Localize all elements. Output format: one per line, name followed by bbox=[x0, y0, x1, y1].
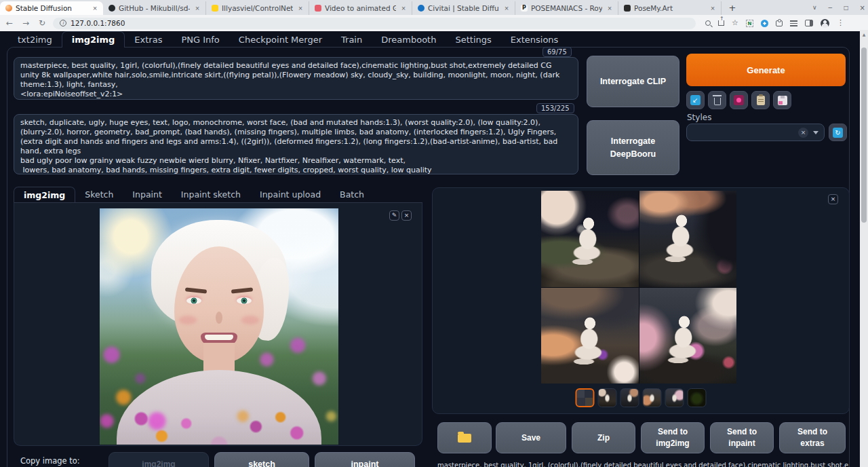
edit-image-icon[interactable]: ✎ bbox=[389, 210, 399, 221]
interrogate-clip-button[interactable]: Interrogate CLIP bbox=[587, 56, 679, 107]
negative-prompt-input[interactable]: sketch, duplicate, ugly, huge eyes, text… bbox=[14, 114, 578, 174]
remove-image-icon[interactable]: × bbox=[401, 210, 412, 221]
page-scrollbar[interactable]: ▲ bbox=[860, 30, 868, 467]
extension-blue-icon[interactable] bbox=[761, 20, 768, 27]
tab-png-info[interactable]: PNG Info bbox=[172, 31, 229, 48]
browser-tab-github[interactable]: GitHub - Mikubill/sd-webui-con × bbox=[103, 1, 206, 15]
copy-to-sketch-button[interactable]: sketch bbox=[214, 452, 309, 467]
close-icon[interactable]: × bbox=[860, 4, 865, 12]
tab-close-icon[interactable]: × bbox=[502, 4, 511, 12]
browser-tab-controlnet[interactable]: Illyasviel/ControlNet at main × bbox=[206, 1, 309, 15]
zip-button[interactable]: Zip bbox=[572, 422, 635, 453]
refresh-styles-button[interactable] bbox=[829, 124, 847, 141]
gallery-image-2[interactable] bbox=[639, 191, 737, 287]
scrollbar-up-arrow[interactable]: ▲ bbox=[860, 30, 868, 39]
extension-n-icon[interactable]: N bbox=[746, 20, 753, 27]
tab-checkpoint-merger[interactable]: Checkpoint Merger bbox=[229, 31, 332, 48]
thumbnail-1[interactable] bbox=[598, 388, 617, 407]
tab-list-icon[interactable] bbox=[790, 20, 797, 26]
browser-tab-gif-converter[interactable]: Video to animated GIF converter × bbox=[309, 1, 412, 15]
open-folder-button[interactable] bbox=[437, 422, 492, 453]
prompt-input[interactable]: masterpiece, best quality, 1girl, (color… bbox=[14, 57, 578, 100]
copy-image-to-label: Copy image to: bbox=[20, 456, 80, 466]
thumbnail-2[interactable] bbox=[620, 388, 639, 407]
tab-title: POSEMANIACS - Royalty free 3 bbox=[531, 4, 602, 12]
sidebar-icon[interactable] bbox=[805, 20, 813, 26]
styles-clear-icon[interactable] bbox=[798, 128, 808, 138]
output-gallery: × bbox=[432, 187, 850, 414]
gallery-close-icon[interactable]: × bbox=[828, 194, 838, 204]
portrait-brow bbox=[231, 287, 253, 293]
save-button[interactable]: Save bbox=[496, 422, 566, 453]
tab-close-icon[interactable]: × bbox=[709, 4, 717, 12]
browser-tab-civitai[interactable]: Civitai | Stable Diffusion model × bbox=[412, 1, 515, 15]
interrogate-deepbooru-button[interactable]: Interrogate DeepBooru bbox=[587, 120, 679, 175]
extra-networks-card-icon bbox=[734, 95, 744, 105]
mode-tab-inpaint-upload[interactable]: Inpaint upload bbox=[250, 187, 330, 202]
clear-prompt-button[interactable] bbox=[708, 91, 726, 109]
send-to-extras-button[interactable]: Send to extras bbox=[779, 422, 846, 453]
tab-extensions[interactable]: Extensions bbox=[501, 31, 568, 48]
tab-close-icon[interactable]: × bbox=[399, 4, 408, 12]
copy-to-inpaint-button[interactable]: inpaint bbox=[315, 452, 415, 467]
paste-params-button[interactable] bbox=[686, 91, 705, 109]
tab-search-icon[interactable]: ∨ bbox=[812, 4, 817, 11]
menu-kebab-icon[interactable]: ⋮ bbox=[837, 20, 844, 26]
send-to-inpaint-button[interactable]: Send to inpaint bbox=[710, 422, 774, 453]
save-style-button[interactable] bbox=[773, 91, 791, 109]
site-info-icon[interactable]: i bbox=[60, 20, 66, 26]
portrait-cheek bbox=[241, 316, 259, 324]
tab-img2img[interactable]: img2img bbox=[62, 31, 125, 48]
gallery-image-3[interactable] bbox=[541, 288, 639, 384]
apply-style-button[interactable] bbox=[751, 91, 770, 109]
tab-close-icon[interactable]: × bbox=[193, 4, 201, 12]
tab-close-icon[interactable]: × bbox=[606, 4, 614, 12]
send-to-img2img-button[interactable]: Send to img2img bbox=[641, 422, 705, 453]
tab-close-icon[interactable]: × bbox=[91, 4, 99, 12]
generate-button[interactable]: Generate bbox=[686, 54, 846, 86]
source-image-dropzone[interactable]: ✎ × bbox=[14, 203, 422, 446]
tab-train[interactable]: Train bbox=[332, 31, 372, 48]
maximize-icon[interactable]: □ bbox=[844, 5, 849, 11]
mode-tab-inpaint[interactable]: Inpaint bbox=[123, 187, 172, 202]
zoom-icon[interactable] bbox=[705, 20, 711, 26]
styles-dropdown[interactable] bbox=[686, 124, 825, 141]
figure-art bbox=[567, 217, 610, 267]
mode-tab-inpaint-sketch[interactable]: Inpaint sketch bbox=[172, 187, 250, 202]
thumbnail-3[interactable] bbox=[643, 388, 662, 407]
reload-icon[interactable]: ↻ bbox=[37, 18, 47, 28]
mode-tab-sketch[interactable]: Sketch bbox=[75, 187, 123, 202]
minimize-icon[interactable]: − bbox=[828, 4, 833, 11]
tab-extras[interactable]: Extras bbox=[125, 31, 172, 48]
address-bar[interactable]: i 127.0.0.1:7860 bbox=[53, 18, 696, 29]
refresh-icon bbox=[833, 128, 843, 138]
gallery-image-4[interactable] bbox=[639, 288, 737, 384]
browser-tab-posemaniacs[interactable]: P POSEMANIACS - Royalty free 3 × bbox=[515, 1, 618, 15]
share-icon[interactable] bbox=[718, 20, 724, 26]
gallery-grid-image[interactable] bbox=[541, 191, 736, 384]
thumbnail-grid[interactable] bbox=[576, 388, 595, 407]
mode-tab-img2img[interactable]: img2img bbox=[14, 187, 75, 202]
tab-txt2img[interactable]: txt2img bbox=[8, 31, 62, 48]
stable-diffusion-favicon bbox=[5, 5, 12, 12]
extra-networks-button[interactable] bbox=[730, 91, 748, 109]
figure-art bbox=[660, 214, 703, 264]
extensions-puzzle-icon[interactable] bbox=[776, 20, 783, 26]
tab-title: Civitai | Stable Diffusion model bbox=[428, 4, 499, 12]
tab-settings[interactable]: Settings bbox=[446, 31, 500, 48]
gallery-image-1[interactable] bbox=[541, 191, 639, 287]
back-icon[interactable]: ← bbox=[4, 18, 15, 28]
thumbnail-5[interactable] bbox=[688, 388, 707, 407]
new-tab-button[interactable]: + bbox=[726, 1, 739, 15]
thumbnail-4[interactable] bbox=[665, 388, 684, 407]
forward-icon[interactable]: → bbox=[20, 18, 31, 28]
mode-tab-batch[interactable]: Batch bbox=[330, 187, 374, 202]
scrollbar-thumb[interactable] bbox=[861, 48, 867, 223]
browser-tab-stable-diffusion[interactable]: Stable Diffusion × bbox=[0, 1, 103, 15]
profile-avatar[interactable] bbox=[821, 19, 829, 28]
tab-close-icon[interactable]: × bbox=[296, 4, 304, 12]
browser-tab-posemyart[interactable]: PoseMy.Art × bbox=[618, 1, 722, 15]
folder-icon bbox=[458, 434, 471, 443]
bookmark-star-icon[interactable]: ☆ bbox=[732, 20, 738, 26]
tab-dreambooth[interactable]: Dreambooth bbox=[372, 31, 446, 48]
